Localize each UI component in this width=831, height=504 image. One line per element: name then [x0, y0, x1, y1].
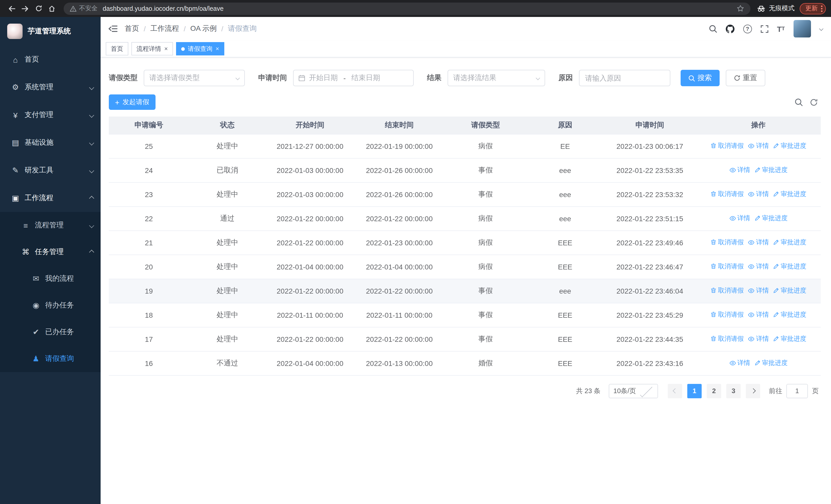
- detail-link[interactable]: 详情: [748, 287, 769, 295]
- tab-流程详情[interactable]: 流程详情×: [132, 42, 173, 55]
- detail-link[interactable]: 详情: [748, 142, 769, 151]
- bookmark-star-icon[interactable]: [737, 5, 744, 12]
- cancel-leave-link[interactable]: 取消请假: [710, 287, 744, 295]
- fullscreen-icon[interactable]: [761, 25, 768, 33]
- detail-link[interactable]: 详情: [748, 263, 769, 271]
- audit-progress-link[interactable]: 审批进度: [773, 335, 806, 343]
- page-size-select[interactable]: 10条/页: [609, 384, 658, 398]
- search-icon[interactable]: [709, 25, 717, 33]
- audit-progress-link[interactable]: 审批进度: [773, 238, 806, 247]
- cancel-leave-link[interactable]: 取消请假: [710, 142, 744, 150]
- goto-page-input[interactable]: [786, 384, 808, 398]
- breadcrumb-item[interactable]: OA 示例: [191, 24, 217, 33]
- result-select[interactable]: 请选择流结果: [448, 70, 545, 86]
- sidebar-item-done-tasks[interactable]: ✔已办任务: [0, 319, 101, 346]
- cell-type: 事假: [445, 279, 526, 303]
- reset-button[interactable]: 重置: [726, 70, 765, 86]
- apply-time-label: 申请时间: [258, 73, 287, 83]
- sidebar-item-infra[interactable]: ▤基础设施: [0, 129, 101, 156]
- tab-close-icon[interactable]: ×: [164, 46, 168, 52]
- detail-link[interactable]: 详情: [729, 166, 750, 175]
- tab-close-icon[interactable]: ×: [216, 46, 219, 52]
- cancel-leave-link[interactable]: 取消请假: [710, 190, 744, 199]
- prev-page-button[interactable]: [668, 384, 682, 398]
- cell-start: 2022-01-04 00:00:00: [266, 351, 354, 375]
- edit-icon: [773, 336, 779, 342]
- cancel-leave-link[interactable]: 取消请假: [710, 310, 744, 319]
- leave-type-select[interactable]: 请选择请假类型: [144, 70, 245, 86]
- sidebar-item-home[interactable]: ⌂首页: [0, 46, 101, 73]
- app-logo[interactable]: 芋道管理系统: [0, 17, 101, 46]
- chevron-down-icon: [236, 76, 240, 80]
- detail-link[interactable]: 详情: [729, 359, 750, 368]
- edit-icon: [773, 288, 779, 294]
- user-avatar[interactable]: [794, 20, 811, 37]
- detail-link[interactable]: 详情: [748, 335, 769, 344]
- tab-请假查询[interactable]: 请假查询×: [176, 42, 224, 55]
- github-icon[interactable]: [725, 24, 734, 33]
- sidebar-item-leave-query[interactable]: ♟请假查询: [0, 346, 101, 372]
- sidebar-item-devtools[interactable]: ✎研发工具: [0, 156, 101, 184]
- sidebar-item-todo-tasks[interactable]: ◉待办任务: [0, 292, 101, 319]
- page-button-1[interactable]: 1: [687, 384, 701, 398]
- breadcrumb-item[interactable]: 工作流程: [150, 24, 179, 33]
- app-logo-avatar: [7, 24, 23, 39]
- tab-首页[interactable]: 首页: [106, 42, 128, 55]
- browser-refresh-button[interactable]: [32, 2, 45, 15]
- audit-progress-link[interactable]: 审批进度: [773, 262, 806, 271]
- audit-progress-link[interactable]: 审批进度: [754, 359, 787, 367]
- chevron-down-icon: [89, 168, 94, 173]
- sidebar-item-system[interactable]: ⚙系统管理: [0, 73, 101, 101]
- audit-progress-link[interactable]: 审批进度: [754, 214, 787, 223]
- cancel-leave-link-label: 取消请假: [718, 142, 744, 150]
- cancel-leave-link[interactable]: 取消请假: [710, 238, 744, 247]
- help-icon[interactable]: ?: [743, 24, 752, 33]
- sidebar-item-task-mgmt[interactable]: ⌘任务管理: [0, 239, 101, 265]
- browser-home-button[interactable]: [45, 2, 58, 15]
- toggle-search-icon[interactable]: [795, 98, 803, 106]
- cancel-leave-link[interactable]: 取消请假: [710, 335, 744, 343]
- detail-link[interactable]: 详情: [748, 238, 769, 247]
- audit-progress-link[interactable]: 审批进度: [773, 310, 806, 319]
- update-button[interactable]: 更新: [800, 3, 826, 14]
- audit-progress-link[interactable]: 审批进度: [773, 142, 806, 150]
- cell-end: 2022-01-26 00:00:00: [354, 158, 445, 182]
- audit-progress-link[interactable]: 审批进度: [754, 166, 787, 175]
- breadcrumb-item[interactable]: 首页: [125, 24, 139, 33]
- next-page-button[interactable]: [746, 384, 760, 398]
- page-button-3[interactable]: 3: [726, 384, 741, 398]
- apply-time-range-picker[interactable]: 开始日期 - 结束日期: [293, 70, 414, 86]
- browser-address-bar[interactable]: 不安全 dashboard.yudao.iocoder.cn/bpm/oa/le…: [64, 2, 750, 14]
- cancel-leave-link[interactable]: 取消请假: [710, 262, 744, 271]
- pagination: 共 23 条 10条/页 123 前往 页: [109, 384, 821, 398]
- trash-icon: [710, 143, 717, 149]
- audit-progress-link[interactable]: 审批进度: [773, 287, 806, 295]
- home-icon: ⌂: [9, 55, 22, 64]
- reason-label: 原因: [558, 73, 573, 83]
- url-text[interactable]: dashboard.yudao.iocoder.cn/bpm/oa/leave: [103, 5, 737, 12]
- browser-back-button[interactable]: [5, 2, 19, 15]
- sidebar-item-payment[interactable]: ¥支付管理: [0, 101, 101, 129]
- detail-link[interactable]: 详情: [729, 214, 750, 223]
- detail-link-label: 详情: [756, 190, 769, 199]
- sidebar-collapse-button[interactable]: [108, 25, 118, 33]
- reason-input[interactable]: [579, 70, 670, 86]
- detail-link[interactable]: 详情: [748, 311, 769, 320]
- user-menu-caret-icon[interactable]: [819, 27, 824, 31]
- font-size-icon[interactable]: TT: [777, 25, 785, 33]
- audit-progress-link[interactable]: 审批进度: [773, 190, 806, 199]
- sidebar-item-workflow[interactable]: ▣工作流程: [0, 184, 101, 212]
- create-leave-button[interactable]: + 发起请假: [109, 94, 155, 110]
- page-button-2[interactable]: 2: [707, 384, 721, 398]
- cell-applied: 2022-01-22 23:45:29: [604, 303, 696, 327]
- browser-forward-button[interactable]: [19, 2, 32, 15]
- sidebar-item-process-mgmt[interactable]: ≡流程管理: [0, 212, 101, 239]
- detail-link[interactable]: 详情: [748, 190, 769, 199]
- active-tab-dot: [181, 47, 185, 51]
- cell-type: 病假: [445, 231, 526, 255]
- search-button[interactable]: 搜索: [681, 70, 720, 86]
- browser-menu-icon[interactable]: [821, 5, 823, 12]
- refresh-table-icon[interactable]: [810, 98, 818, 106]
- security-chip[interactable]: 不安全: [70, 4, 97, 13]
- sidebar-item-my-process[interactable]: ✉我的流程: [0, 265, 101, 292]
